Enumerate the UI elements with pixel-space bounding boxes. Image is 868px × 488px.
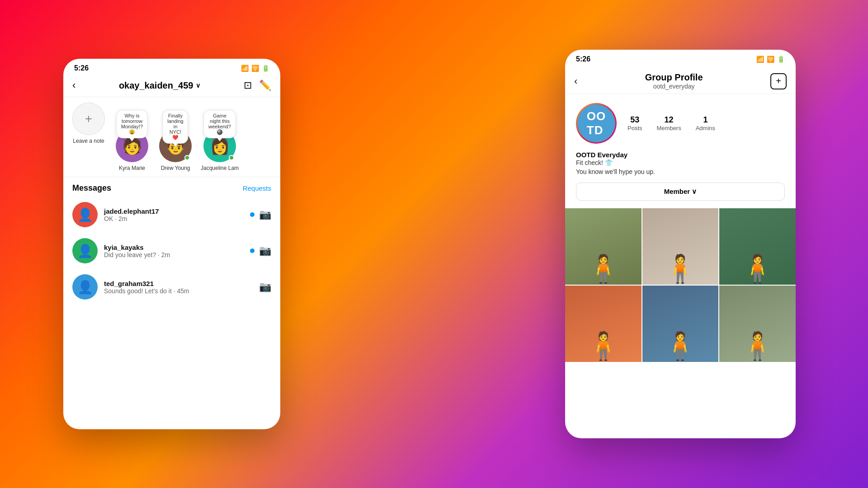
kyia-preview: Did you leave yet? · 2m — [104, 251, 244, 258]
message-item-ted[interactable]: 👤 ted_graham321 Sounds good! Let's do it… — [63, 269, 280, 305]
group-title: Group Profile — [645, 72, 703, 83]
signal-icon: 📶 — [241, 65, 249, 72]
photo-person-6: 🧍 — [719, 286, 796, 362]
group-subtitle: ootd_everyday — [645, 83, 703, 90]
kyia-actions: 📷 — [250, 245, 271, 257]
stat-admins: 1 Admins — [696, 115, 715, 131]
status-icons-left: 📶 🛜 🔋 — [241, 65, 269, 72]
members-count: 12 — [657, 115, 681, 125]
story-item-kyra[interactable]: Why is tomorrow Monday!? 😩 🧑 Kyra Marie — [114, 130, 150, 171]
ted-content: ted_graham321 Sounds good! Let's do it ·… — [104, 280, 253, 295]
chevron-down-icon: ∨ — [196, 82, 200, 89]
group-add-button[interactable]: + — [770, 73, 787, 89]
group-stats: 53 Posts 12 Members 1 Admins — [627, 115, 715, 131]
chat-header: ‹ okay_kaiden_459 ∨ ⊡ ✏️ — [63, 76, 280, 97]
ted-actions: 📷 — [259, 281, 271, 293]
chat-title-wrap[interactable]: okay_kaiden_459 ∨ — [119, 80, 201, 91]
posts-count: 53 — [627, 115, 642, 125]
time-left: 5:26 — [74, 64, 89, 72]
drew-online-dot — [184, 155, 190, 160]
status-bar-left: 5:26 📶 🛜 🔋 — [63, 59, 280, 76]
add-icon: + — [776, 76, 781, 86]
group-avatar: OOTD — [576, 103, 617, 144]
jaded-username: jaded.elephant17 — [104, 207, 244, 215]
story-item-drew[interactable]: Finally landing in NYC! ❤️ 👦 Drew Young — [157, 130, 193, 171]
message-item-kyia[interactable]: 👤 kyia_kayaks Did you leave yet? · 2m 📷 — [63, 233, 280, 269]
drew-name: Drew Young — [161, 165, 190, 171]
ted-username: ted_graham321 — [104, 280, 253, 287]
stat-members: 12 Members — [657, 115, 681, 131]
photo-cell-6[interactable]: 🧍 — [719, 286, 796, 362]
admins-count: 1 — [696, 115, 715, 125]
jaded-content: jaded.elephant17 OK · 2m — [104, 207, 244, 222]
photo-cell-2[interactable]: 🧍 — [642, 208, 719, 285]
group-info-row: OOTD 53 Posts 12 Members 1 Admins — [576, 103, 785, 144]
jaded-unread-dot — [250, 212, 255, 217]
kyia-username: kyia_kayaks — [104, 244, 244, 251]
photo-person-3: 🧍 — [719, 208, 796, 285]
add-note-avatar: + — [72, 103, 105, 135]
header-action-icons: ⊡ ✏️ — [244, 80, 271, 91]
group-bio-name: OOTD Everyday — [576, 151, 785, 159]
battery-icon-right: 🔋 — [777, 56, 785, 63]
add-note-label: Leave a note — [73, 138, 104, 144]
message-item-jaded[interactable]: 👤 jaded.elephant17 OK · 2m 📷 — [63, 197, 280, 233]
group-title-wrap: Group Profile ootd_everyday — [645, 72, 703, 90]
wifi-icon: 🛜 — [251, 65, 259, 72]
battery-icon: 🔋 — [262, 65, 269, 72]
right-phone: 5:26 📶 🛜 🔋 ‹ Group Profile ootd_everyday… — [565, 50, 796, 438]
status-bar-right: 5:26 📶 🛜 🔋 — [565, 50, 796, 67]
jaded-actions: 📷 — [250, 209, 271, 221]
members-label: Members — [657, 125, 681, 131]
photo-cell-4[interactable]: 🧍 — [565, 286, 642, 362]
stat-posts: 53 Posts — [627, 115, 642, 131]
requests-link[interactable]: Requests — [243, 184, 271, 192]
photo-cell-5[interactable]: 🧍 — [642, 286, 719, 362]
video-call-icon[interactable]: ⊡ — [244, 80, 252, 91]
group-header: ‹ Group Profile ootd_everyday + — [565, 67, 796, 94]
back-button[interactable]: ‹ — [72, 80, 75, 91]
kyia-camera-icon[interactable]: 📷 — [259, 245, 271, 257]
jaded-preview: OK · 2m — [104, 215, 244, 222]
jacqueline-name: Jacqueline Lam — [201, 165, 239, 171]
kyia-unread-dot — [250, 249, 255, 253]
story-item-jacqueline[interactable]: Game night this weekend? 🎱 👩 Jacqueline … — [201, 130, 239, 171]
messages-title: Messages — [72, 183, 111, 193]
member-button[interactable]: Member ∨ — [576, 183, 785, 201]
ted-camera-icon[interactable]: 📷 — [259, 281, 271, 293]
group-profile-section: OOTD 53 Posts 12 Members 1 Admins OOTD E — [565, 94, 796, 208]
chat-username: okay_kaiden_459 — [119, 80, 193, 91]
ted-avatar: 👤 — [72, 274, 98, 300]
photo-cell-3[interactable]: 🧍 — [719, 208, 796, 285]
photo-person-4: 🧍 — [565, 286, 642, 362]
stories-section: + Leave a note Why is tomorrow Monday!? … — [63, 97, 280, 177]
messages-header: Messages Requests — [63, 177, 280, 197]
add-note-item[interactable]: + Leave a note — [71, 103, 107, 171]
kyra-note-bubble: Why is tomorrow Monday!? 😩 — [116, 110, 148, 138]
add-note-circle: + — [72, 103, 105, 135]
compose-icon[interactable]: ✏️ — [259, 80, 271, 91]
photo-grid: 🧍 🧍 🧍 🧍 🧍 🧍 — [565, 208, 796, 361]
posts-label: Posts — [627, 125, 642, 131]
photo-cell-1[interactable]: 🧍 — [565, 208, 642, 285]
jacqueline-avatar-wrap: Game night this weekend? 🎱 👩 — [203, 130, 236, 162]
photo-person-5: 🧍 — [642, 286, 719, 362]
stories-scroll: + Leave a note Why is tomorrow Monday!? … — [63, 103, 280, 171]
group-bio-line1: Fit check! 👕 — [576, 159, 785, 168]
jacqueline-online-dot — [229, 155, 234, 160]
photo-person-2: 🧍 — [642, 208, 719, 285]
signal-icon-right: 📶 — [756, 56, 764, 63]
group-bio-line2: You know we'll hype you up. — [576, 168, 785, 177]
time-right: 5:26 — [576, 55, 590, 63]
drew-note-bubble: Finally landing in NYC! ❤️ — [162, 110, 188, 144]
kyra-avatar-wrap: Why is tomorrow Monday!? 😩 🧑 — [116, 130, 148, 162]
kyia-content: kyia_kayaks Did you leave yet? · 2m — [104, 244, 244, 258]
group-back-button[interactable]: ‹ — [574, 75, 577, 87]
group-bio: OOTD Everyday Fit check! 👕 You know we'l… — [576, 151, 785, 176]
jaded-avatar: 👤 — [72, 202, 98, 227]
group-avatar-inner: OOTD — [577, 104, 615, 142]
wifi-icon-right: 🛜 — [767, 56, 774, 63]
ted-preview: Sounds good! Let's do it · 45m — [104, 287, 253, 295]
jaded-camera-icon[interactable]: 📷 — [259, 209, 271, 221]
messages-section: Messages Requests 👤 jaded.elephant17 OK … — [63, 177, 280, 305]
